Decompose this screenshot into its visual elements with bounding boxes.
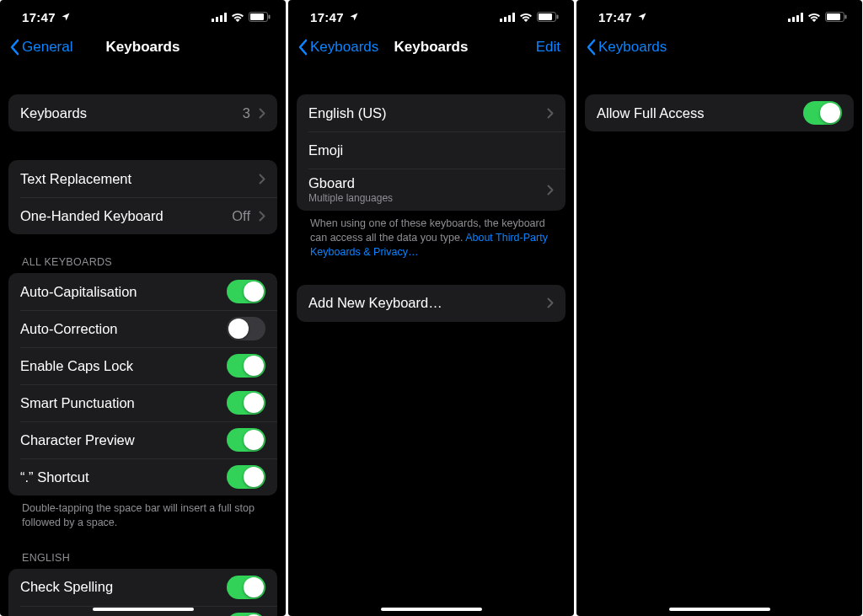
cell-label: Smart Punctuation <box>20 395 135 411</box>
svg-rect-9 <box>508 15 511 22</box>
toggle-auto-cap[interactable] <box>227 280 265 303</box>
svg-rect-2 <box>220 15 222 22</box>
back-button[interactable]: General <box>7 39 72 56</box>
location-icon <box>637 12 647 22</box>
back-label: Keyboards <box>310 39 378 56</box>
svg-rect-20 <box>845 15 847 19</box>
cell-value: Off <box>232 208 255 224</box>
status-bar: 17:47 <box>576 0 862 29</box>
row-dot-shortcut[interactable]: “.” Shortcut <box>8 458 277 495</box>
section-footer-dot-shortcut: Double-tapping the space bar will insert… <box>8 495 277 530</box>
cellular-icon <box>212 13 227 22</box>
status-time: 17:47 <box>310 10 344 24</box>
toggle-char-preview[interactable] <box>227 428 265 452</box>
chevron-right-icon <box>259 108 265 119</box>
row-keyboard-item[interactable]: Emoji <box>297 131 566 169</box>
row-auto-corr[interactable]: Auto-Correction <box>8 310 277 347</box>
status-bar: 17:47 <box>0 0 286 29</box>
status-time: 17:47 <box>22 10 56 24</box>
chevron-left-icon <box>7 39 22 56</box>
svg-rect-1 <box>216 17 218 22</box>
back-label: General <box>22 39 72 56</box>
cell-label: Keyboards <box>20 105 87 121</box>
nav-bar: Keyboards Keyboards Edit <box>288 29 574 66</box>
cell-sublabel: Multiple languages <box>308 192 544 204</box>
home-indicator[interactable] <box>93 608 194 611</box>
screen-keyboard-access: 17:47 Keyboards Allow Full Access <box>576 0 862 616</box>
edit-button[interactable]: Edit <box>536 39 567 56</box>
svg-rect-5 <box>250 13 264 20</box>
status-bar: 17:47 <box>288 0 574 29</box>
cell-label: Auto-Correction <box>20 321 118 337</box>
battery-icon <box>249 12 271 22</box>
screen-keyboards-list: 17:47 Keyboards Keyboards Edit English (… <box>288 0 574 616</box>
svg-rect-15 <box>792 17 795 22</box>
location-icon <box>61 12 71 22</box>
cell-label: Gboard <box>308 175 544 191</box>
nav-bar: General Keyboards <box>0 29 286 66</box>
back-label: Keyboards <box>598 39 667 56</box>
chevron-right-icon <box>259 211 265 222</box>
row-char-preview[interactable]: Character Preview <box>8 421 277 458</box>
wifi-icon <box>807 13 821 22</box>
row-auto-cap[interactable]: Auto-Capitalisation <box>8 273 277 310</box>
row-check-spelling[interactable]: Check Spelling <box>8 569 277 606</box>
cell-label: Check Spelling <box>20 579 113 595</box>
row-keyboards[interactable]: Keyboards 3 <box>8 94 277 131</box>
svg-rect-7 <box>500 19 502 22</box>
chevron-right-icon <box>547 108 554 119</box>
svg-rect-8 <box>504 17 507 22</box>
section-header-english: ENGLISH <box>8 552 277 569</box>
section-header-all-keyboards: ALL KEYBOARDS <box>8 256 277 273</box>
toggle-auto-corr[interactable] <box>227 317 265 340</box>
back-button[interactable]: Keyboards <box>295 39 378 56</box>
cell-label: English (US) <box>308 105 544 121</box>
svg-rect-0 <box>212 19 214 22</box>
row-caps-lock[interactable]: Enable Caps Lock <box>8 347 277 384</box>
cell-value: 3 <box>243 105 255 121</box>
cell-label: Character Preview <box>20 432 135 448</box>
cell-label: Add New Keyboard… <box>308 295 442 311</box>
chevron-left-icon <box>295 39 310 56</box>
row-keyboard-item[interactable]: English (US) <box>297 94 566 131</box>
cell-label: Allow Full Access <box>597 105 704 121</box>
svg-rect-10 <box>512 13 515 22</box>
svg-rect-12 <box>539 13 552 20</box>
svg-rect-16 <box>796 15 799 22</box>
battery-icon <box>537 12 559 22</box>
battery-icon <box>825 12 847 22</box>
row-text-replacement[interactable]: Text Replacement <box>8 160 277 197</box>
svg-rect-19 <box>827 13 840 20</box>
row-smart-punc[interactable]: Smart Punctuation <box>8 384 277 421</box>
cell-label: Emoji <box>308 142 343 158</box>
screen-keyboards-settings: 17:47 Ge <box>0 0 286 616</box>
nav-bar: Keyboards <box>576 29 862 66</box>
toggle-caps-lock[interactable] <box>227 354 265 378</box>
row-keyboard-item[interactable]: GboardMultiple languages <box>297 169 566 211</box>
toggle-smart-punc[interactable] <box>227 391 265 415</box>
svg-rect-14 <box>788 19 791 22</box>
cellular-icon <box>788 13 803 22</box>
row-one-handed[interactable]: One-Handed Keyboard Off <box>8 197 277 234</box>
row-add-keyboard[interactable]: Add New Keyboard… <box>297 285 566 322</box>
svg-rect-3 <box>224 13 227 22</box>
cell-label: Enable Caps Lock <box>20 358 133 374</box>
toggle-predictive[interactable] <box>227 613 265 616</box>
home-indicator[interactable] <box>669 608 770 611</box>
toggle-allow-full-access[interactable] <box>803 101 842 125</box>
chevron-right-icon <box>547 297 554 308</box>
toggle-dot-shortcut[interactable] <box>227 465 265 489</box>
svg-rect-6 <box>269 15 271 19</box>
home-indicator[interactable] <box>381 608 482 611</box>
row-allow-full-access[interactable]: Allow Full Access <box>585 94 854 131</box>
toggle-check-spelling[interactable] <box>227 576 265 599</box>
cell-label: Auto-Capitalisation <box>20 284 137 300</box>
status-time: 17:47 <box>598 10 632 24</box>
location-icon <box>349 12 359 22</box>
back-button[interactable]: Keyboards <box>583 39 667 56</box>
cell-label: Text Replacement <box>20 171 131 187</box>
section-footer-privacy: When using one of these keyboards, the k… <box>297 211 566 260</box>
wifi-icon <box>519 13 533 22</box>
chevron-right-icon <box>547 185 554 196</box>
cellular-icon <box>500 13 515 22</box>
